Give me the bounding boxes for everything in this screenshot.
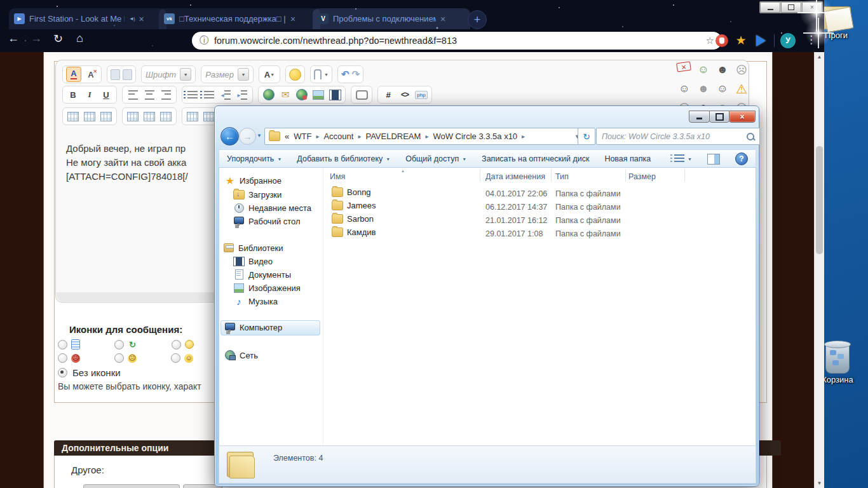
breadcrumb-separator-icon[interactable]: ▸ xyxy=(425,133,428,140)
sidebar-item-pictures[interactable]: Изображения xyxy=(234,283,301,293)
explorer-address-bar[interactable]: « WTF ▸ Account ▸ PAVELDREAM ▸ WoW Circl… xyxy=(264,128,585,145)
align-left-button[interactable] xyxy=(126,88,140,102)
divider[interactable] xyxy=(480,169,480,182)
adblock-extension-icon[interactable] xyxy=(715,34,728,47)
explorer-maximize-button[interactable] xyxy=(709,111,729,123)
breadcrumb-account[interactable]: Account xyxy=(323,132,353,141)
post-icon-radio[interactable] xyxy=(172,340,181,349)
views-button[interactable]: ▼ xyxy=(661,154,700,163)
minimize-button[interactable] xyxy=(760,2,780,13)
scrollbar-thumb[interactable] xyxy=(816,146,823,254)
paste-icon[interactable] xyxy=(111,69,120,80)
smiley[interactable]: ☹ xyxy=(734,62,749,78)
smiley[interactable]: ☺ xyxy=(677,81,692,97)
ordered-list-button[interactable] xyxy=(186,88,200,102)
size-select[interactable]: Размер ▼ xyxy=(201,65,254,83)
close-button[interactable]: × xyxy=(802,2,822,13)
breadcrumb-wtf[interactable]: WTF xyxy=(294,132,311,141)
post-icon-radio[interactable] xyxy=(58,353,67,363)
refresh-icon[interactable]: ↻ xyxy=(53,32,63,46)
arrow-extension-icon[interactable] xyxy=(755,34,768,47)
search-icon[interactable] xyxy=(747,133,754,140)
font-select[interactable]: Шрифт ▼ xyxy=(141,65,196,83)
insert-table-button[interactable] xyxy=(66,109,80,123)
toolbar-share[interactable]: Общий доступ▼ xyxy=(398,154,474,163)
back-icon[interactable]: ← xyxy=(8,32,19,45)
sidebar-item-downloads[interactable]: ↓ Загрузки xyxy=(234,189,281,200)
explorer-search-box[interactable]: Поиск: WoW Circle 3.3.5a x10 xyxy=(596,128,760,145)
speaker-icon[interactable]: ◄) xyxy=(129,16,135,22)
smiley[interactable]: ☻ xyxy=(696,81,711,97)
divider[interactable] xyxy=(551,169,552,182)
page-info-icon[interactable]: ⓘ xyxy=(200,35,208,46)
outdent-button[interactable]: ◂ xyxy=(219,88,233,102)
tab-connection-problems[interactable]: V Проблемы с подключением lo × xyxy=(313,8,470,29)
insert-column-left-button[interactable] xyxy=(126,109,140,123)
post-icon-radio[interactable] xyxy=(114,340,124,349)
scroll-down-arrow[interactable]: ▼ xyxy=(815,478,824,488)
insert-row-above-button[interactable] xyxy=(186,109,200,123)
remove-format-button[interactable]: A× xyxy=(84,67,98,81)
sidebar-item-documents[interactable]: Документы xyxy=(234,269,291,280)
help-button[interactable]: ? xyxy=(728,152,756,165)
insert-video-button[interactable] xyxy=(328,88,342,102)
sidebar-item-videos[interactable]: Видео xyxy=(234,256,273,266)
smiley[interactable]: × xyxy=(676,62,691,72)
post-icon-radio[interactable] xyxy=(171,353,180,363)
quote-button[interactable] xyxy=(355,88,369,102)
forward-icon[interactable]: → xyxy=(31,32,42,45)
profile-avatar[interactable]: У xyxy=(780,33,796,48)
browser-menu-icon[interactable]: ⋮ xyxy=(806,33,817,46)
new-tab-button[interactable]: + xyxy=(468,10,487,29)
sidebar-item-computer[interactable]: Компьютер xyxy=(225,322,282,332)
toolbar-organize[interactable]: Упорядочить▼ xyxy=(219,154,289,163)
column-header-name[interactable]: Имя xyxy=(330,172,345,181)
toolbar-burn-disc[interactable]: Записать на оптический диск xyxy=(474,154,597,163)
file-row[interactable]: Bonng xyxy=(332,187,371,197)
sidebar-item-recent-places[interactable]: Недавние места xyxy=(234,203,311,213)
tab-close-icon[interactable]: × xyxy=(139,14,144,24)
wysiwyg-toggle-button[interactable]: A xyxy=(66,67,81,82)
column-header-type[interactable]: Тип xyxy=(555,172,569,181)
post-icon-radio[interactable] xyxy=(58,340,67,349)
maximize-button[interactable] xyxy=(781,2,801,13)
attach-button[interactable] xyxy=(314,69,322,79)
tab-close-icon[interactable]: × xyxy=(440,14,445,24)
breadcrumb-wow-circle[interactable]: WoW Circle 3.3.5a x10 xyxy=(433,132,517,141)
undo-button[interactable]: ↶ xyxy=(341,69,349,80)
delete-column-button[interactable] xyxy=(159,109,173,123)
file-row[interactable]: Камдив xyxy=(332,227,376,237)
tab-first-station[interactable]: ▶ First Station - Look at Me N ◄) × xyxy=(9,8,166,29)
address-bar[interactable]: ⓘ forum.wowcircle.com/newthread.php?do=n… xyxy=(192,32,722,50)
breadcrumb-separator-icon[interactable]: ▸ xyxy=(316,133,319,140)
scroll-up-arrow[interactable]: ▲ xyxy=(815,52,824,62)
breadcrumb-separator-icon[interactable]: ▸ xyxy=(522,133,525,140)
tab-vk-support[interactable]: vk □Техническая поддержка□ | ВК × xyxy=(159,8,320,29)
smiley[interactable]: ⚠ xyxy=(734,81,749,97)
post-icon-radio[interactable] xyxy=(114,353,124,363)
sidebar-item-libraries[interactable]: Библиотеки xyxy=(224,243,283,253)
bullet-list-button[interactable] xyxy=(202,88,216,102)
bold-button[interactable]: B xyxy=(66,88,80,102)
sidebar-item-music[interactable]: ♪ Музыка xyxy=(234,296,278,306)
breadcrumb-overflow-chevrons[interactable]: « xyxy=(285,132,289,141)
explorer-close-button[interactable]: × xyxy=(729,111,756,123)
smiley[interactable]: ☻ xyxy=(715,62,730,78)
hash-button[interactable]: # xyxy=(381,88,395,102)
column-header-size[interactable]: Размер xyxy=(628,172,656,181)
file-row[interactable]: Jamees xyxy=(332,201,376,210)
breadcrumb-separator-icon[interactable]: ▸ xyxy=(358,133,361,140)
toolbar-add-to-library[interactable]: Добавить в библиотеку▼ xyxy=(289,154,398,163)
code-button[interactable]: <> xyxy=(398,88,412,102)
table-properties-button[interactable] xyxy=(83,109,97,123)
paste-word-icon[interactable] xyxy=(123,69,132,80)
redo-button[interactable]: ↷ xyxy=(352,69,360,80)
file-row[interactable]: Sarbon xyxy=(332,214,374,224)
sidebar-item-desktop[interactable]: Рабочий стол xyxy=(234,216,301,226)
column-header-date[interactable]: Дата изменения xyxy=(485,172,545,181)
smiley-button[interactable] xyxy=(289,69,301,81)
nav-history-dropdown-icon[interactable]: ▼ xyxy=(257,133,262,139)
font-color-button[interactable]: A▼ xyxy=(262,67,276,81)
email-button[interactable]: ✉ xyxy=(278,88,292,102)
page-scrollbar[interactable]: ▲ ▼ xyxy=(814,52,824,488)
